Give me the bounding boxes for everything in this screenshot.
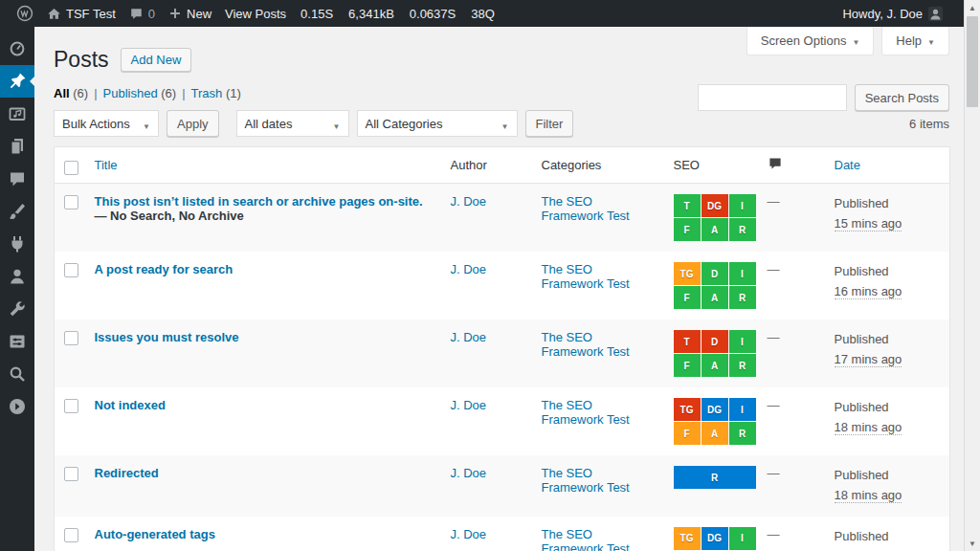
column-header-date[interactable]: Date — [825, 147, 950, 184]
dates-select[interactable]: All dates — [236, 110, 349, 137]
site-name-label: TSF Test — [66, 7, 116, 21]
chevron-down-icon — [501, 118, 509, 132]
post-state-label: — No Search, No Archive — [95, 209, 244, 223]
search-input[interactable] — [698, 84, 847, 111]
author-link[interactable]: J. Doe — [451, 262, 487, 276]
category-link[interactable]: The SEO Framework Test — [542, 262, 630, 291]
site-name-menu[interactable]: TSF Test — [40, 0, 122, 27]
stat-time: 0.15S — [301, 7, 333, 21]
post-title-link[interactable]: This post isn’t listed in search or arch… — [95, 194, 423, 209]
sidebar-item-settings[interactable] — [0, 325, 34, 358]
sidebar-item-appearance[interactable] — [0, 195, 34, 228]
my-account-menu[interactable]: Howdy, J. Doe — [835, 0, 950, 27]
seo-badge-r: R — [729, 218, 756, 241]
scroll-down-icon[interactable]: ▼ — [965, 536, 980, 551]
table-nav: Bulk Actions Apply All dates All Categor… — [54, 110, 949, 137]
sidebar-item-dashboard[interactable] — [0, 33, 34, 65]
sidebar-item-collapse-menu[interactable] — [0, 390, 34, 423]
scrollbar[interactable]: ▲ ▼ — [964, 0, 980, 551]
scrollbar-thumb[interactable] — [967, 16, 978, 107]
comments-menu[interactable]: 0 — [122, 0, 162, 27]
sidebar-item-users[interactable] — [0, 260, 34, 293]
sidebar-item-posts[interactable] — [0, 65, 34, 98]
table-row: A post ready for search J. Doe The SEO F… — [55, 252, 950, 320]
row-checkbox[interactable] — [64, 399, 78, 413]
row-checkbox[interactable] — [64, 331, 78, 345]
post-date-label: 15 mins ago — [835, 216, 902, 231]
row-checkbox[interactable] — [64, 195, 78, 209]
view-trash-label[interactable]: Trash — [191, 86, 223, 100]
post-title-link[interactable]: Auto-generated tags — [95, 527, 215, 541]
column-header-author: Author — [441, 147, 532, 184]
wordpress-logo-icon — [16, 5, 33, 22]
author-link[interactable]: J. Doe — [451, 466, 487, 480]
seo-badge-a: A — [702, 218, 728, 241]
seo-badge-dg: DG — [702, 527, 728, 550]
category-link[interactable]: The SEO Framework Test — [542, 330, 630, 359]
row-checkbox[interactable] — [64, 467, 78, 481]
row-checkbox[interactable] — [64, 263, 78, 277]
category-link[interactable]: The SEO Framework Test — [542, 194, 630, 223]
column-header-categories: Categories — [532, 147, 664, 184]
comments-value: — — [768, 466, 780, 480]
seo-badge-f: F — [674, 354, 701, 377]
view-published[interactable]: Published (6) — [103, 86, 177, 100]
chevron-down-icon — [333, 118, 341, 132]
collapse-menu-icon — [8, 397, 27, 416]
post-title-link[interactable]: A post ready for search — [95, 262, 234, 276]
scroll-up-icon[interactable]: ▲ — [965, 0, 980, 15]
sidebar-item-search[interactable] — [0, 358, 34, 390]
sidebar-item-plugins[interactable] — [0, 228, 34, 260]
seo-badge-r: R — [729, 422, 756, 445]
view-posts-menu[interactable]: View Posts — [218, 0, 293, 27]
item-count: 6 items — [909, 117, 949, 131]
post-title-link[interactable]: Issues you must resolve — [95, 330, 239, 344]
seo-badge-i: I — [729, 330, 756, 353]
stat-memory: 6,341kB — [348, 7, 394, 21]
sidebar-item-comments[interactable] — [0, 163, 34, 195]
seo-badge-a: A — [702, 286, 728, 309]
help-toggle[interactable]: Help — [881, 27, 949, 55]
view-published-count: (6) — [161, 86, 176, 100]
wp-logo-menu[interactable] — [10, 0, 40, 27]
author-link[interactable]: J. Doe — [451, 194, 487, 209]
table-row: Issues you must resolve J. Doe The SEO F… — [55, 320, 950, 387]
post-title-link[interactable]: Redirected — [95, 466, 159, 480]
view-trash[interactable]: Trash (1) — [191, 86, 241, 100]
seo-bar: TGDGIFAR — [674, 398, 758, 445]
screen-options-toggle[interactable]: Screen Options — [746, 27, 875, 55]
seo-badge-r: R — [729, 354, 756, 377]
categories-select[interactable]: All Categories — [357, 110, 518, 137]
select-all-checkbox[interactable] — [64, 161, 78, 175]
category-link[interactable]: The SEO Framework Test — [542, 527, 630, 551]
sidebar-item-pages[interactable] — [0, 130, 34, 163]
author-link[interactable]: J. Doe — [451, 527, 487, 541]
add-new-button[interactable]: Add New — [121, 48, 192, 72]
author-link[interactable]: J. Doe — [451, 398, 487, 412]
howdy-label: Howdy, J. Doe — [842, 7, 923, 21]
category-link[interactable]: The SEO Framework Test — [542, 466, 630, 495]
sidebar-item-media[interactable] — [0, 98, 34, 130]
plus-icon — [168, 7, 182, 20]
bulk-actions-select[interactable]: Bulk Actions — [54, 110, 159, 137]
apply-button[interactable]: Apply — [167, 110, 219, 137]
filter-button[interactable]: Filter — [525, 110, 574, 137]
search-posts-button[interactable]: Search Posts — [855, 84, 949, 111]
post-status-label: Published — [835, 529, 889, 543]
seo-bar: R — [674, 466, 758, 489]
sidebar-item-tools[interactable] — [0, 293, 34, 325]
author-link[interactable]: J. Doe — [451, 330, 487, 344]
new-content-menu[interactable]: New — [162, 0, 218, 27]
view-published-label[interactable]: Published — [103, 86, 158, 100]
comment-bubble-icon — [129, 7, 144, 21]
post-title-link[interactable]: Not indexed — [95, 398, 166, 412]
comments-value: — — [768, 527, 780, 541]
comments-value: — — [768, 330, 780, 344]
view-all-count: (6) — [73, 86, 88, 100]
dates-value: All dates — [245, 117, 293, 131]
view-all[interactable]: All (6) — [54, 86, 88, 100]
category-link[interactable]: The SEO Framework Test — [542, 398, 630, 427]
column-header-title[interactable]: Title — [85, 147, 441, 184]
row-checkbox[interactable] — [64, 528, 78, 542]
stat-query-time: 0.0637S — [410, 7, 456, 21]
